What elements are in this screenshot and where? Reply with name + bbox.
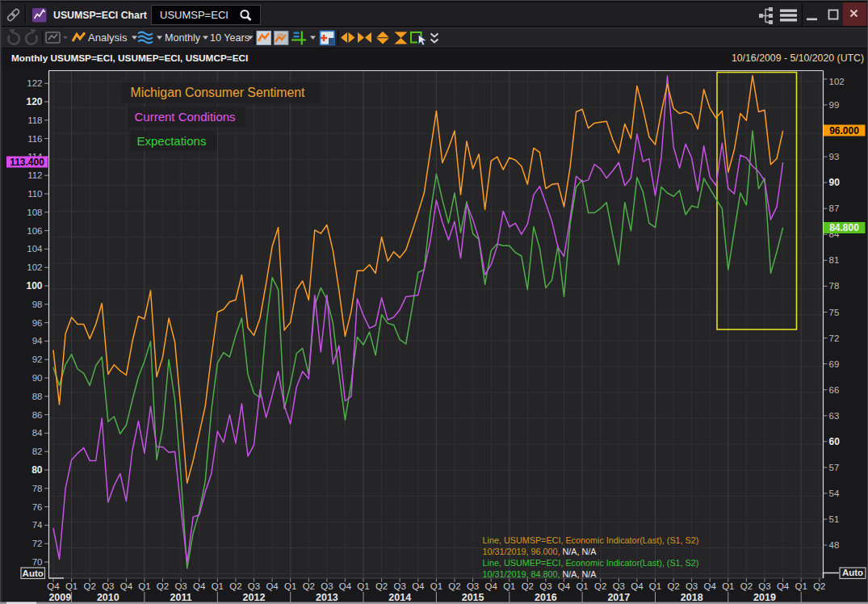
svg-text:93: 93 — [829, 152, 840, 161]
svg-text:70: 70 — [32, 557, 43, 567]
svg-text:Monthly: Monthly — [165, 32, 201, 44]
svg-text:2009: 2009 — [48, 592, 71, 603]
svg-text:Q3: Q3 — [174, 581, 187, 591]
svg-text:Analysis: Analysis — [88, 31, 128, 44]
svg-text:75: 75 — [829, 308, 840, 317]
svg-text:116: 116 — [27, 134, 42, 144]
svg-text:Q2: Q2 — [522, 581, 534, 591]
svg-text:2014: 2014 — [388, 592, 411, 603]
svg-text:81: 81 — [829, 255, 840, 265]
svg-text:54: 54 — [829, 489, 840, 498]
svg-text:Q4: Q4 — [193, 581, 206, 591]
svg-text:2017: 2017 — [607, 592, 630, 603]
svg-text:112: 112 — [27, 170, 42, 180]
svg-text:96: 96 — [32, 318, 43, 328]
svg-text:Q2: Q2 — [157, 581, 169, 591]
svg-text:51: 51 — [829, 514, 840, 524]
svg-text:Q3: Q3 — [539, 581, 551, 591]
svg-text:Q1: Q1 — [576, 581, 588, 591]
svg-text:82: 82 — [32, 447, 43, 456]
svg-text:Q3: Q3 — [394, 581, 406, 591]
svg-text:122: 122 — [27, 78, 42, 88]
svg-text:Q1: Q1 — [284, 581, 296, 591]
svg-text:Q1: Q1 — [503, 581, 515, 591]
svg-text:86: 86 — [32, 410, 43, 420]
svg-text:104: 104 — [27, 244, 43, 254]
svg-text:72: 72 — [32, 539, 43, 548]
svg-text:Q4: Q4 — [704, 581, 717, 591]
svg-text:Q4: Q4 — [558, 581, 571, 591]
svg-text:Monthly USUMSP=ECI, USUMEP=ECI: Monthly USUMSP=ECI, USUMEP=ECI, USUMCP=E… — [11, 52, 248, 64]
svg-text:Q1: Q1 — [649, 581, 661, 591]
svg-text:98: 98 — [32, 300, 43, 309]
svg-text:USUMSP=ECI Chart: USUMSP=ECI Chart — [53, 10, 147, 21]
svg-text:60: 60 — [829, 436, 841, 447]
svg-text:76: 76 — [32, 502, 43, 512]
svg-text:Expectations: Expectations — [137, 134, 207, 148]
svg-text:Q2: Q2 — [448, 581, 460, 591]
svg-text:2019: 2019 — [753, 592, 776, 603]
svg-text:88: 88 — [32, 392, 43, 401]
svg-text:Q1: Q1 — [357, 581, 369, 591]
svg-text:Q2: Q2 — [84, 581, 96, 591]
svg-text:Q1: Q1 — [430, 581, 442, 591]
svg-text:Q1: Q1 — [138, 581, 150, 591]
svg-text:10/31/2019, 96.000, N/A, N/A: 10/31/2019, 96.000, N/A, N/A — [483, 547, 598, 556]
svg-text:10 Years: 10 Years — [210, 32, 249, 44]
svg-text:80: 80 — [31, 464, 43, 476]
svg-text:84.800: 84.800 — [829, 222, 859, 233]
svg-text:2010: 2010 — [97, 592, 120, 603]
svg-text:Q1: Q1 — [212, 581, 224, 591]
svg-text:72: 72 — [829, 333, 840, 343]
svg-text:Q1: Q1 — [795, 581, 807, 591]
svg-text:106: 106 — [27, 226, 42, 236]
svg-text:Q3: Q3 — [102, 581, 114, 591]
svg-text:102: 102 — [829, 77, 845, 86]
svg-text:Q2: Q2 — [594, 581, 606, 591]
svg-text:78: 78 — [32, 484, 43, 493]
svg-text:Q4: Q4 — [777, 581, 790, 591]
svg-text:Q2: Q2 — [303, 581, 315, 591]
svg-text:48: 48 — [829, 540, 840, 550]
svg-text:94: 94 — [32, 336, 43, 346]
svg-text:Q4: Q4 — [339, 581, 352, 591]
svg-text:Q4: Q4 — [485, 581, 498, 591]
svg-text:2011: 2011 — [170, 592, 192, 603]
svg-text:Q4: Q4 — [266, 581, 279, 591]
svg-text:57: 57 — [829, 463, 840, 472]
svg-text:Q2: Q2 — [813, 581, 825, 591]
svg-text:Q1: Q1 — [722, 581, 734, 591]
svg-text:Current Conditions: Current Conditions — [135, 110, 236, 124]
svg-text:92: 92 — [32, 354, 43, 364]
svg-text:66: 66 — [829, 385, 840, 395]
svg-text:Line, USUMEP=ECI, Economic Ind: Line, USUMEP=ECI, Economic Indicator(Las… — [483, 558, 699, 568]
svg-text:Q2: Q2 — [740, 581, 753, 591]
svg-text:Auto: Auto — [23, 568, 44, 578]
svg-text:69: 69 — [829, 359, 840, 369]
svg-text:118: 118 — [27, 115, 42, 125]
svg-text:2018: 2018 — [681, 592, 703, 603]
svg-text:10/31/2019, 84.800, N/A, N/A: 10/31/2019, 84.800, N/A, N/A — [483, 569, 598, 579]
svg-text:Q1: Q1 — [65, 581, 78, 591]
svg-text:87: 87 — [829, 203, 840, 213]
svg-text:96.000: 96.000 — [829, 125, 859, 136]
svg-text:Q4: Q4 — [412, 581, 425, 591]
svg-text:113.400: 113.400 — [10, 157, 44, 168]
svg-text:100: 100 — [26, 280, 42, 292]
svg-text:Q4: Q4 — [47, 581, 60, 591]
svg-text:2012: 2012 — [243, 592, 266, 603]
svg-text:90: 90 — [829, 177, 841, 188]
svg-text:Q2: Q2 — [375, 581, 388, 591]
svg-text:102: 102 — [27, 262, 42, 272]
svg-text:USUMSP=ECI: USUMSP=ECI — [160, 9, 229, 21]
svg-text:Q3: Q3 — [467, 581, 479, 591]
svg-text:84: 84 — [32, 428, 43, 438]
svg-text:Michigan Consumer Sentiment: Michigan Consumer Sentiment — [131, 86, 306, 99]
svg-text:Q2: Q2 — [229, 581, 241, 591]
svg-text:110: 110 — [27, 189, 42, 199]
svg-text:10/16/2009 - 5/10/2020 (UTC): 10/16/2009 - 5/10/2020 (UTC) — [732, 52, 864, 64]
svg-text:2015: 2015 — [462, 592, 484, 603]
svg-text:Q3: Q3 — [686, 581, 698, 591]
svg-text:Q3: Q3 — [248, 581, 260, 591]
svg-text:99: 99 — [829, 100, 840, 110]
